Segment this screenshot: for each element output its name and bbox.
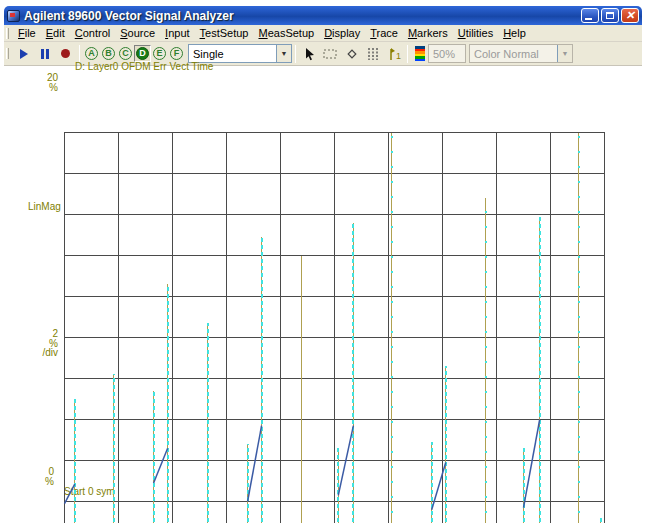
close-button[interactable]: ✕ [621,8,639,23]
chart-plot[interactable] [64,132,605,523]
menu-source[interactable]: Source [115,25,160,41]
zoom-percent-field[interactable]: 50% [428,44,466,63]
trace-d-button[interactable]: D [134,45,151,62]
app-window: Agilent 89600 Vector Signal Analyzer ✕ F… [4,6,642,523]
window-title: Agilent 89600 Vector Signal Analyzer [24,9,581,23]
pause-button[interactable] [34,44,55,63]
trace-segment [248,426,262,502]
color-scale-icon [415,46,425,61]
pause-icon [41,49,49,59]
trace-d-label: D [136,47,149,60]
svg-text:1: 1 [396,51,401,61]
menu-edit[interactable]: Edit [41,25,70,41]
pointer-tool-button[interactable] [299,44,320,63]
menu-trace[interactable]: Trace [365,25,403,41]
menubar-grip [6,28,9,39]
toolbar-grip [6,48,9,59]
color-mode-select[interactable]: Color Normal ▼ [469,44,573,63]
menu-input[interactable]: Input [160,25,194,41]
trace-c-label: C [119,47,132,60]
maximize-button[interactable] [601,8,619,23]
close-icon: ✕ [622,9,638,22]
menu-help[interactable]: Help [498,25,531,41]
chevron-down-icon: ▼ [276,45,291,62]
menu-meassetup[interactable]: MeasSetup [253,25,319,41]
band-markers-tool-button[interactable] [362,44,383,63]
menu-file[interactable]: File [13,25,41,41]
color-mode-value: Color Normal [470,48,557,60]
trace-c-button[interactable]: C [117,45,134,62]
toolbar-separator [79,45,80,63]
maximize-icon [606,12,614,19]
marker1-icon: 1 [387,47,401,61]
marker-diamond-tool-button[interactable] [341,44,362,63]
play-button[interactable] [13,44,34,63]
trace-a-button[interactable]: A [83,45,100,62]
menu-markers[interactable]: Markers [403,25,453,41]
trace-segment [432,463,446,510]
title-bar[interactable]: Agilent 89600 Vector Signal Analyzer ✕ [4,6,642,25]
app-icon [7,10,20,22]
y-axis-min-label: 0% [30,467,54,486]
sweep-mode-value: Single [189,48,276,60]
diamond-icon [346,48,358,60]
trace-e-button[interactable]: E [151,45,168,62]
menu-control[interactable]: Control [70,25,115,41]
record-icon [61,49,70,58]
pointer-icon [303,47,317,61]
toolbar-separator [295,45,296,63]
trace-a-label: A [85,47,98,60]
record-button[interactable] [55,44,76,63]
zoom-select-tool-button[interactable] [320,44,341,63]
minimize-button[interactable] [581,8,599,23]
play-icon [20,49,28,59]
menu-bar: File Edit Control Source Input TestSetup… [4,25,642,42]
chevron-down-icon: ▼ [557,45,572,62]
trace-f-label: F [170,47,183,60]
trace-e-label: E [153,47,166,60]
trace-b-label: B [102,47,115,60]
y-axis-scale-type: LinMag [28,202,61,212]
menu-testsetup[interactable]: TestSetup [195,25,254,41]
marker1-tool-button[interactable]: 1 [383,44,404,63]
toolbar-separator [407,45,408,63]
band-bars-icon [367,47,379,61]
trace-title: D: Layer0 OFDM Err Vect Time [75,62,213,72]
trace-segment [65,484,75,503]
minimize-icon [585,18,592,20]
error-vector-time-chart [64,132,605,523]
selection-rect-icon [323,48,338,60]
y-axis-max-label: 20% [30,73,58,92]
trace-segment [154,448,168,483]
y-axis-per-div-label: 2%/div [30,329,58,358]
trace-segment [524,420,540,508]
zoom-percent-value: 50% [433,48,455,60]
trace-b-button[interactable]: B [100,45,117,62]
menu-display[interactable]: Display [319,25,365,41]
measurement-area: D: Layer0 OFDM Err Vect Time 20% LinMag … [4,66,642,523]
menu-utilities[interactable]: Utilities [453,25,498,41]
trace-f-button[interactable]: F [168,45,185,62]
